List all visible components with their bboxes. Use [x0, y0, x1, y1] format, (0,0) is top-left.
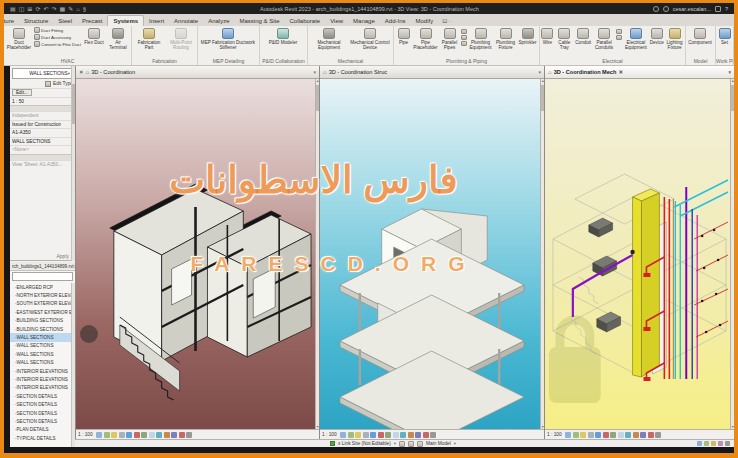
view-header-coordination-struc[interactable]: ⌂ 3D - Coordination Struc ▾ — [320, 66, 544, 79]
constraints-icon[interactable] — [194, 432, 200, 438]
temporary-hide-isolate-icon[interactable] — [625, 432, 631, 438]
sheet-item[interactable]: SECTION DETAILS — [10, 392, 71, 400]
workset-dropdown-icon[interactable]: ▾ — [394, 441, 396, 446]
sheet-item[interactable]: ENLARGED RCP — [10, 283, 71, 291]
visual-style-icon[interactable] — [348, 432, 354, 438]
tab-insert[interactable]: Insert — [144, 16, 169, 26]
property-row[interactable]: <None> — [10, 145, 75, 154]
parallel-pipes-button[interactable]: Parallel Pipes — [439, 27, 460, 50]
shadows-icon[interactable] — [588, 432, 594, 438]
type-selector[interactable]: WALL SECTIONS ▾ — [12, 68, 73, 79]
measure-icon[interactable]: ✎ — [68, 6, 73, 12]
worksharing-display-icon[interactable] — [640, 432, 646, 438]
property-row[interactable]: WALL SECTIONS — [10, 137, 75, 146]
tab-precast[interactable]: Precast — [77, 16, 107, 26]
active-workset[interactable]: x Link Site (Not Editable) — [338, 441, 391, 446]
flex-pipe-icon[interactable] — [461, 41, 467, 46]
rendering-icon[interactable] — [370, 432, 376, 438]
sun-path-icon[interactable] — [111, 432, 117, 438]
pipe-fitting-icon[interactable] — [461, 29, 467, 34]
shadows-icon[interactable] — [119, 432, 125, 438]
sheet-item[interactable]: WALL SECTIONS — [10, 350, 71, 358]
tab-steel[interactable]: Steel — [53, 16, 77, 26]
edit-type-button[interactable]: Edit Type — [53, 81, 73, 86]
tab-view[interactable]: View — [325, 16, 348, 26]
sheet-item[interactable]: PLAN DETAILS — [10, 426, 71, 434]
sheet-item[interactable]: WALL SECTIONS — [10, 359, 71, 367]
pipe-accessory-icon[interactable] — [461, 35, 467, 40]
air-terminal-button[interactable]: Air Terminal — [106, 27, 130, 50]
convert-flex-duct-button[interactable]: Convert to Flex Duct — [34, 41, 82, 47]
tab-collaborate[interactable]: Collaborate — [285, 16, 326, 26]
property-row[interactable]: Edit... — [10, 88, 75, 97]
visual-style-icon[interactable] — [573, 432, 579, 438]
sprinkler-button[interactable]: Sprinkler — [518, 27, 537, 45]
mechanical-equipment-button[interactable]: Mechanical Equipment — [309, 27, 349, 50]
sheet-item[interactable]: INTERIOR ELEVATIONS — [10, 375, 71, 383]
sheet-item[interactable]: NORTH EXTERIOR ELEVATION — [10, 291, 71, 299]
view-scrollbar[interactable]: ▲▼ — [730, 79, 734, 429]
apply-button[interactable]: Apply — [56, 253, 69, 259]
cable-tray-button[interactable]: Cable Tray — [555, 27, 574, 50]
sheet-item[interactable]: BUILDING SECTIONS — [10, 317, 71, 325]
tab-systems[interactable]: Systems — [107, 15, 144, 26]
chevron-down-icon[interactable]: ▾ — [728, 69, 731, 75]
sheet-item[interactable]: INTERIOR ELEVATIONS — [10, 367, 71, 375]
view-canvas-structural[interactable]: ▲▼ — [320, 79, 544, 429]
show-crop-region-icon[interactable] — [141, 432, 147, 438]
mechanical-control-device-button[interactable]: Mechanical Control Device — [350, 27, 390, 50]
crop-view-icon[interactable] — [134, 432, 140, 438]
tab-annotate[interactable]: Annotate — [169, 16, 203, 26]
account-name[interactable]: cesar.escalan... — [673, 6, 711, 12]
sheet-item[interactable]: SOUTH EXTERIOR ELEVATION — [10, 300, 71, 308]
tab-architecture[interactable]: Architecture — [4, 16, 19, 26]
view-canvas-mep[interactable]: ▲▼ — [545, 79, 734, 429]
analytical-model-icon[interactable] — [655, 432, 661, 438]
view-scale-button[interactable]: 1 : 100 — [78, 432, 93, 437]
tab-massing-site[interactable]: Massing & Site — [234, 16, 284, 26]
show-crop-region-icon[interactable] — [610, 432, 616, 438]
chevron-down-icon[interactable]: ▾ — [538, 69, 541, 75]
reveal-hidden-elements-icon[interactable] — [408, 432, 414, 438]
duct-accessory-button[interactable]: Duct Accessory — [34, 34, 82, 40]
set-work-plane-button[interactable]: Set — [717, 27, 732, 45]
detail-edit-button[interactable]: Edit... — [12, 89, 32, 96]
document-tab[interactable]: rch_buildings1_144104899.rvt ✕ — [10, 262, 75, 271]
sheet-item[interactable]: INTERIOR ELEVATIONS — [10, 384, 71, 392]
temporary-hide-isolate-icon[interactable] — [156, 432, 162, 438]
rendering-icon[interactable] — [595, 432, 601, 438]
undo-icon[interactable]: ↶ — [43, 6, 48, 12]
cable-tray-fitting-icon[interactable] — [616, 29, 622, 34]
select-pinned-toggle[interactable] — [711, 441, 716, 446]
lighting-fixture-button[interactable]: Lighting Fixture — [665, 27, 684, 50]
view-header-coordination[interactable]: ✕ ⌂ 3D - Coordination ▾ — [76, 66, 319, 79]
analytical-model-icon[interactable] — [186, 432, 192, 438]
pid-modeler-button[interactable]: P&ID Modeler — [261, 27, 305, 45]
sheet-item-selected[interactable]: WALL SECTIONS — [10, 333, 71, 341]
temporary-view-properties-icon[interactable] — [423, 432, 429, 438]
select-underlay-toggle[interactable] — [704, 441, 709, 446]
close-icon[interactable]: ✕ — [618, 69, 623, 75]
tab-structure[interactable]: Structure — [19, 16, 53, 26]
view-scale-button[interactable]: 1 : 100 — [547, 432, 562, 437]
worksharing-display-icon[interactable] — [415, 432, 421, 438]
help-icon[interactable]: ? — [725, 6, 728, 12]
sun-path-icon[interactable] — [355, 432, 361, 438]
flex-duct-button[interactable]: Flex Duct — [83, 27, 105, 45]
close-icon[interactable]: ✕ — [79, 69, 84, 75]
property-row[interactable]: A1-A350 — [10, 128, 75, 137]
sheet-item[interactable]: SECTION DETAILS — [10, 400, 71, 408]
sheet-item[interactable]: SECTION DETAILS — [10, 417, 71, 425]
component-button[interactable]: Component — [687, 27, 713, 45]
electrical-equipment-button[interactable]: Electrical Equipment — [623, 27, 648, 50]
property-row[interactable]: Issued for Construction — [10, 120, 75, 129]
open-icon[interactable]: ◫ — [19, 6, 25, 12]
fabrication-part-button[interactable]: Fabrication Part — [133, 27, 165, 50]
duct-fitting-button[interactable]: Duct Fitting — [34, 27, 82, 33]
show-crop-region-icon[interactable] — [385, 432, 391, 438]
sheet-item[interactable]: SECTION DETAILS — [10, 409, 71, 417]
worksets-dialog-icon[interactable] — [408, 441, 414, 447]
property-row[interactable]: 1 : 50 — [10, 97, 75, 106]
design-options-icon[interactable] — [417, 441, 423, 447]
reveal-hidden-elements-icon[interactable] — [164, 432, 170, 438]
